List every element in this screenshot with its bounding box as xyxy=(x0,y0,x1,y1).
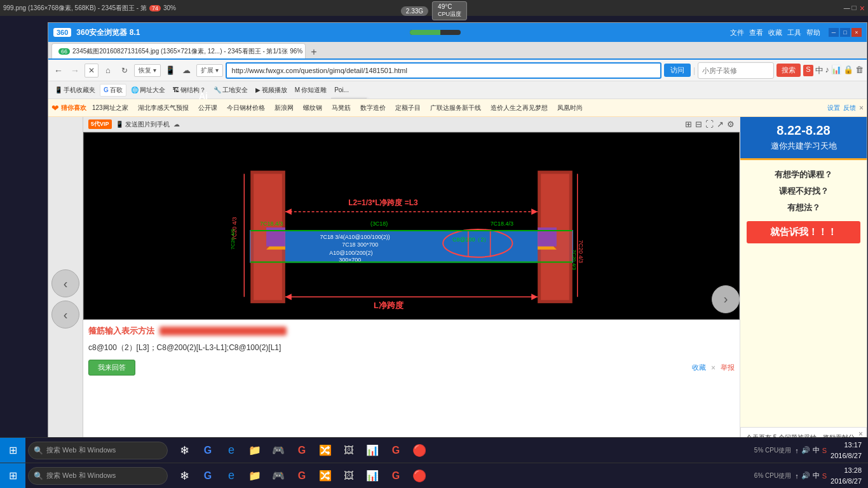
nav-icon4[interactable]: 📊 xyxy=(831,65,841,76)
lang-icon[interactable]: 中 xyxy=(813,445,820,455)
home-btn[interactable]: ⌂ xyxy=(101,64,115,78)
send-to-phone-btn[interactable]: 📱 发送图片到手机 xyxy=(116,120,170,129)
sec-item-0[interactable]: 123网址之家 xyxy=(88,102,132,114)
tb2-shuffle[interactable]: 🔀 xyxy=(314,464,337,487)
tb2-snowflake[interactable]: ❄ xyxy=(173,464,196,487)
search-input[interactable] xyxy=(698,62,774,79)
fullscreen-icon[interactable]: ⛶ xyxy=(705,119,714,129)
tb2-game[interactable]: 🎮 xyxy=(267,464,290,487)
tb-folder[interactable]: 📁 xyxy=(243,439,266,462)
sec-item-6[interactable]: 马凳筋 xyxy=(328,102,355,114)
tb-edge[interactable]: e xyxy=(220,439,243,462)
nav-icon5[interactable]: 🔒 xyxy=(843,65,853,76)
nav-icon3[interactable]: ♪ xyxy=(825,65,830,76)
browser-minimize-btn[interactable]: ─ xyxy=(829,28,839,37)
tb2-edge[interactable]: e xyxy=(220,464,243,487)
menu-file[interactable]: 文件 xyxy=(730,28,744,37)
zoom-out-icon[interactable]: ⊟ xyxy=(695,119,702,129)
tb2-g2[interactable]: G xyxy=(290,464,313,487)
tb-red[interactable]: 🔴 xyxy=(408,439,431,462)
menu-tools[interactable]: 工具 xyxy=(787,28,801,37)
minimize-icon[interactable]: ─ xyxy=(844,3,850,13)
collect-link[interactable]: 收藏 xyxy=(692,363,706,372)
search-btn[interactable]: 搜索 xyxy=(776,64,801,77)
tb2-chart[interactable]: 📊 xyxy=(361,464,384,487)
sec-item-11[interactable]: 凤凰时尚 xyxy=(553,102,587,114)
tb-shuffle[interactable]: 🔀 xyxy=(314,439,337,462)
bm-item-mobile[interactable]: 📱 手机收藏夹 xyxy=(51,85,98,96)
menu-favorites[interactable]: 收藏 xyxy=(768,28,782,37)
tb2-g1[interactable]: G xyxy=(196,464,219,487)
address-input[interactable] xyxy=(226,62,661,79)
mobile-btn[interactable]: 📱 xyxy=(163,64,177,78)
tb-g1[interactable]: G xyxy=(196,439,219,462)
ad-cta[interactable]: 就告诉我！！！ xyxy=(747,221,860,243)
search-box-lower[interactable]: 🔍 搜索 Web 和 Windows xyxy=(28,467,168,485)
new-tab-btn[interactable]: + xyxy=(308,46,320,58)
zoom-in-icon[interactable]: ⊞ xyxy=(685,119,692,129)
tb-snowflake[interactable]: ❄ xyxy=(173,439,196,462)
start-btn-upper[interactable]: ⊞ xyxy=(0,438,25,463)
sec-item-5[interactable]: 螺纹钢 xyxy=(299,102,326,114)
close-sec-bar[interactable]: × xyxy=(859,104,864,112)
tb-img[interactable]: 🖼 xyxy=(337,439,360,462)
tab-active[interactable]: 66 2345截图20160827131654.jpg (1365×721像素,… xyxy=(51,43,306,58)
tb2-folder[interactable]: 📁 xyxy=(243,464,266,487)
lang-icon-l[interactable]: 中 xyxy=(813,471,820,480)
bm-item-know[interactable]: M 你知道雕 xyxy=(292,85,330,96)
right-nav-arrow[interactable]: › xyxy=(712,285,740,313)
tb2-red[interactable]: 🔴 xyxy=(408,464,431,487)
tb-g3[interactable]: G xyxy=(384,439,407,462)
nav-icon2[interactable]: 中 xyxy=(815,65,824,76)
browser-close-btn[interactable]: × xyxy=(851,28,862,37)
sec-item-1[interactable]: 湖北李感天气预报 xyxy=(134,102,193,114)
search-box-upper[interactable]: 🔍 搜索 Web 和 Windows xyxy=(28,442,168,459)
sec-item-9[interactable]: 广联达服务新干线 xyxy=(426,102,485,114)
left-arrow-1[interactable]: ‹ xyxy=(51,269,79,297)
start-btn-lower[interactable]: ⊞ xyxy=(0,463,25,489)
antivirus-icon[interactable]: S xyxy=(822,447,827,454)
antivirus-icon-l[interactable]: S xyxy=(822,472,827,480)
stop-btn[interactable]: ✕ xyxy=(85,64,98,78)
tb-g2[interactable]: G xyxy=(290,439,313,462)
back-btn[interactable]: ← xyxy=(51,64,65,78)
network-icon[interactable]: ↑ xyxy=(795,447,799,454)
settings-link[interactable]: 设置 xyxy=(827,104,840,112)
forward-btn[interactable]: → xyxy=(68,64,82,78)
feedback-link[interactable]: 反馈 xyxy=(843,104,856,112)
sec-item-3[interactable]: 今日钢材价格 xyxy=(223,102,269,114)
sec-item-7[interactable]: 数字造价 xyxy=(356,102,390,114)
network-icon-l[interactable]: ↑ xyxy=(795,472,799,480)
cloud-btn[interactable]: ☁ xyxy=(180,64,194,78)
tb-game[interactable]: 🎮 xyxy=(267,439,290,462)
extend-btn[interactable]: 扩展 ▾ xyxy=(196,64,223,77)
volume-icon[interactable]: 🔊 xyxy=(801,446,810,454)
sec-item-10[interactable]: 造价人生之再见梦想 xyxy=(487,102,552,114)
refresh-btn[interactable]: ↻ xyxy=(118,64,132,78)
restore-btn[interactable]: 恢复 ▾ xyxy=(134,64,161,77)
tb2-img[interactable]: 🖼 xyxy=(337,464,360,487)
bm-item-site[interactable]: 🔧 工地安全 xyxy=(210,85,251,96)
sec-item-8[interactable]: 定额子目 xyxy=(391,102,424,114)
volume-icon-l[interactable]: 🔊 xyxy=(801,471,810,480)
answer-btn[interactable]: 我来回答 xyxy=(88,360,135,376)
close-icon[interactable]: × xyxy=(860,3,865,13)
menu-view[interactable]: 查看 xyxy=(749,28,763,37)
browser-maximize-btn[interactable]: □ xyxy=(840,28,850,37)
bm-item-nav[interactable]: 🌐 网址大全 xyxy=(128,85,168,96)
left-arrow-2[interactable]: ‹ xyxy=(51,301,79,329)
bm-item-poi[interactable]: Poi... 开始 xyxy=(331,85,352,95)
cloud-upload-icon[interactable]: ☁ xyxy=(173,121,180,128)
sec-item-4[interactable]: 新浪网 xyxy=(271,102,297,114)
tb-chart[interactable]: 📊 xyxy=(361,439,384,462)
tb2-g3[interactable]: G xyxy=(384,464,407,487)
nav-icon6[interactable]: 🗑 xyxy=(855,65,864,76)
maximize-icon[interactable]: □ xyxy=(852,3,857,13)
bm-item-video[interactable]: ▶ 视频播放 xyxy=(252,85,290,96)
bm-item-steel[interactable]: 🏗 钢结构？ xyxy=(170,85,209,96)
share-icon[interactable]: ↗ xyxy=(717,119,724,129)
s-icon[interactable]: S xyxy=(803,65,813,76)
settings-icon[interactable]: ⚙ xyxy=(727,119,735,129)
report-link[interactable]: 举报 xyxy=(721,363,735,372)
visit-btn[interactable]: 访问 xyxy=(664,64,691,77)
